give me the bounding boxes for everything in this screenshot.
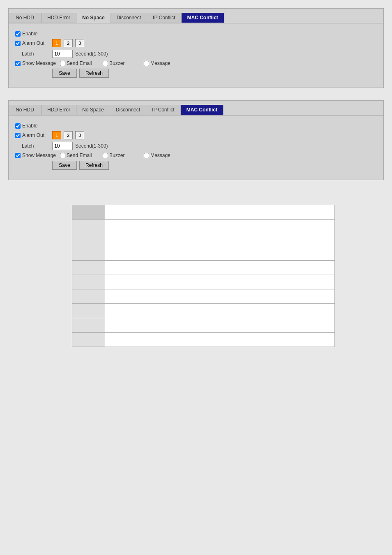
message-label-1: Message [144, 60, 181, 66]
save-button-1[interactable]: Save [52, 69, 77, 78]
enable-checkbox-2[interactable] [15, 123, 21, 129]
message-text-1: Message [150, 60, 171, 66]
alarm-out-label-2: Alarm Out [15, 132, 52, 138]
enable-label-2: Enable [15, 123, 52, 129]
show-message-label-1: Show Message [15, 60, 56, 66]
alarm-btn-1-2[interactable]: 1 [52, 131, 61, 139]
message-label-2: Message [144, 153, 181, 158]
alarm-out-text-1: Alarm Out [22, 40, 44, 46]
refresh-button-2[interactable]: Refresh [79, 161, 109, 170]
show-message-row-2: Show Message Send Email Buzzer Message [15, 153, 377, 158]
table-row [72, 289, 335, 304]
enable-text-1: Enable [22, 31, 37, 37]
alarm-out-controls-1: 1 2 3 [52, 39, 84, 47]
tab-disconnect-1[interactable]: Disconnect [111, 13, 147, 23]
tab-ip-conflict-2[interactable]: IP Conflict [146, 105, 180, 115]
table-header-row [72, 205, 335, 220]
table-header-content [105, 205, 334, 220]
action-controls-2: Save Refresh [52, 161, 109, 170]
table-row-label-2 [72, 261, 105, 275]
send-email-checkbox-1[interactable] [60, 61, 65, 66]
action-controls-1: Save Refresh [52, 69, 109, 78]
alarm-out-row-2: Alarm Out 1 2 3 [15, 131, 377, 139]
alarm-out-text-2: Alarm Out [22, 132, 44, 138]
buzzer-checkbox-1[interactable] [103, 61, 108, 66]
button-row-1: Save Refresh [15, 69, 377, 78]
tab-hdd-error-2[interactable]: HDD Error [42, 105, 76, 115]
table-row [72, 220, 335, 261]
alarm-btn-2-1[interactable]: 2 [64, 39, 73, 47]
save-button-2[interactable]: Save [52, 161, 77, 170]
tab-hdd-error-1[interactable]: HDD Error [42, 13, 76, 23]
alarm-btn-3-1[interactable]: 3 [75, 39, 84, 47]
show-message-label-2: Show Message [15, 153, 56, 158]
show-message-checkbox-2[interactable] [15, 153, 21, 158]
latch-input-1[interactable] [52, 50, 73, 58]
table-row-content-1 [105, 220, 334, 261]
refresh-button-1[interactable]: Refresh [79, 69, 109, 78]
latch-label-1: Latch [15, 51, 52, 57]
table-row [72, 318, 335, 333]
latch-controls-2: Second(1-300) [52, 142, 108, 150]
alarm-btn-2-2[interactable]: 2 [64, 131, 73, 139]
message-checkbox-1[interactable] [144, 61, 149, 66]
second-label-1: Second(1-300) [75, 51, 108, 57]
tab-no-space-2[interactable]: No Space [76, 105, 110, 115]
table-row [72, 261, 335, 275]
alarm-out-checkbox-2[interactable] [15, 133, 21, 138]
send-email-text-2: Send Email [67, 153, 92, 158]
table-row-content-5 [105, 304, 334, 318]
tab-bar-1: No HDD HDD Error No Space Disconnect IP … [9, 13, 383, 23]
buzzer-text-1: Buzzer [109, 60, 125, 66]
panel-body-2: Enable Alarm Out 1 2 3 Latch Second(1-30… [9, 120, 383, 176]
data-table [72, 205, 335, 347]
table-row-label-7 [72, 333, 105, 347]
latch-controls-1: Second(1-300) [52, 50, 108, 58]
message-text-2: Message [150, 153, 171, 158]
extra-controls-2: Send Email Buzzer Message [60, 153, 181, 158]
table-row [72, 304, 335, 318]
buzzer-label-1: Buzzer [103, 60, 140, 66]
table-row [72, 275, 335, 289]
panel-body-1: Enable Alarm Out 1 2 3 Latch Second(1-30… [9, 28, 383, 83]
alarm-out-row-1: Alarm Out 1 2 3 [15, 39, 377, 47]
alarm-btn-3-2[interactable]: 3 [75, 131, 84, 139]
tab-disconnect-2[interactable]: Disconnect [110, 105, 146, 115]
send-email-label-1: Send Email [60, 60, 97, 66]
tab-mac-conflict-2[interactable]: MAC Conflict [181, 105, 224, 115]
show-message-row-1: Show Message Send Email Buzzer Message [15, 60, 377, 66]
send-email-text-1: Send Email [67, 60, 92, 66]
tab-no-hdd-2[interactable]: No HDD [9, 105, 42, 115]
send-email-checkbox-2[interactable] [60, 153, 65, 158]
latch-row-2: Latch Second(1-300) [15, 142, 377, 150]
alarm-out-checkbox-1[interactable] [15, 41, 21, 46]
tab-no-space-1[interactable]: No Space [76, 13, 111, 23]
spacer [8, 192, 384, 201]
extra-controls-1: Send Email Buzzer Message [60, 60, 181, 66]
show-message-checkbox-1[interactable] [15, 61, 21, 66]
enable-label-1: Enable [15, 31, 52, 37]
enable-row-2: Enable [15, 123, 377, 129]
button-row-2: Save Refresh [15, 161, 377, 170]
panel-1: No HDD HDD Error No Space Disconnect IP … [8, 8, 384, 88]
alarm-out-label-1: Alarm Out [15, 40, 52, 46]
enable-text-2: Enable [22, 123, 37, 129]
table-row-label-3 [72, 275, 105, 289]
second-label-2: Second(1-300) [75, 143, 108, 149]
tab-ip-conflict-1[interactable]: IP Conflict [147, 13, 181, 23]
tab-mac-conflict-1[interactable]: MAC Conflict [182, 13, 224, 23]
buzzer-checkbox-2[interactable] [103, 153, 108, 158]
table-row [72, 333, 335, 347]
tab-no-hdd-1[interactable]: No HDD [9, 13, 42, 23]
enable-checkbox-1[interactable] [15, 31, 21, 37]
latch-label-2: Latch [15, 143, 52, 149]
table-row-content-4 [105, 289, 334, 304]
show-message-text-1: Show Message [22, 60, 56, 66]
latch-input-2[interactable] [52, 142, 73, 150]
table-row-content-3 [105, 275, 334, 289]
alarm-btn-1-1[interactable]: 1 [52, 39, 61, 47]
panel-2: No HDD HDD Error No Space Disconnect IP … [8, 100, 384, 180]
table-row-label-6 [72, 318, 105, 333]
table-row-content-2 [105, 261, 334, 275]
message-checkbox-2[interactable] [144, 153, 149, 158]
